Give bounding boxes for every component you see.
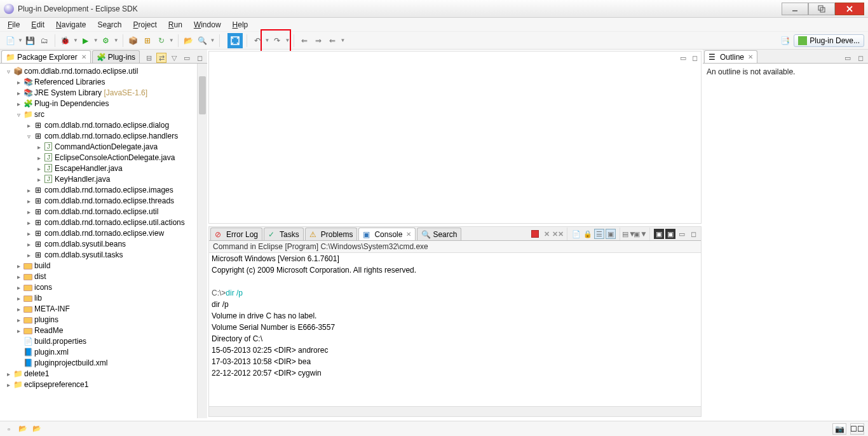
status-icon-b[interactable]: 📂: [18, 424, 28, 434]
nav-next-button[interactable]: ↷: [271, 34, 283, 47]
link-editor-button[interactable]: ⇄: [156, 53, 166, 63]
search-button[interactable]: 🔍: [196, 34, 209, 47]
tree-package[interactable]: ▸⊞com.ddlab.rnd.tornado.eclipse.images: [1, 185, 206, 196]
editor-area[interactable]: ▭ ◻: [208, 51, 702, 224]
status-icon-a[interactable]: ▫: [4, 424, 14, 434]
tree-package[interactable]: ▸⊞com.ddlab.rnd.tornado.eclipse.view: [1, 228, 206, 239]
package-explorer-body[interactable]: ▿📦com.ddlab.rnd.tornado.eclipse.util ▸📚R…: [0, 64, 207, 418]
tree-folder[interactable]: ▸build: [1, 261, 206, 271]
remove-all-terminated-button[interactable]: ✕✕: [553, 229, 563, 239]
console-b-button[interactable]: ▣: [665, 229, 675, 239]
tree-package[interactable]: ▸⊞com.ddlab.rnd.tornado.eclipse.util.act…: [1, 217, 206, 228]
maximize-view-button[interactable]: ◻: [855, 53, 865, 63]
plugin-spy-button[interactable]: ⊞: [141, 34, 154, 47]
save-button[interactable]: 💾: [24, 34, 37, 47]
tree-folder[interactable]: ▸plugins: [1, 315, 206, 325]
refresh-button[interactable]: ↻: [155, 34, 168, 47]
remove-launch-button[interactable]: ✕: [541, 229, 552, 239]
tab-problems[interactable]: ⚠Problems: [305, 228, 358, 240]
tree-jre[interactable]: ▸📚JRE System Library [JavaSE-1.6]: [1, 88, 206, 99]
tree-java-file[interactable]: ▸🄹EscapeHandler.java: [1, 163, 206, 174]
nav-prev-button[interactable]: ↶: [251, 34, 264, 47]
back-button[interactable]: ⇐: [298, 34, 311, 47]
new-button[interactable]: 📄: [4, 34, 17, 47]
open-console-button[interactable]: ▤▼: [624, 229, 634, 239]
maximize-button[interactable]: [808, 3, 835, 15]
console-scrollbar[interactable]: [209, 406, 701, 416]
debug-button[interactable]: 🐞: [59, 34, 72, 47]
close-tab-icon[interactable]: ✕: [81, 53, 86, 60]
maximize-view-button[interactable]: ◻: [194, 53, 205, 63]
tree-java-file[interactable]: ▸🄹KeyHandler.java: [1, 174, 206, 185]
open-perspective-button[interactable]: 📑: [778, 34, 791, 47]
tree-project[interactable]: ▿📦com.ddlab.rnd.tornado.eclipse.util: [1, 66, 206, 77]
view-menu-button[interactable]: ▽: [169, 53, 179, 63]
menu-window[interactable]: Window: [189, 18, 226, 31]
tree-project[interactable]: ▸📁eclipsepreference1: [1, 379, 206, 390]
tree-package[interactable]: ▸⊞com.ddlab.rnd.tornado.eclipse.util: [1, 207, 206, 217]
terminate-button[interactable]: [530, 229, 540, 239]
tree-folder[interactable]: ▸ReadMe: [1, 325, 206, 336]
console-output[interactable]: Microsoft Windows [Version 6.1.7601] Cop…: [209, 253, 701, 406]
run-button[interactable]: ▶: [79, 34, 92, 47]
minimize-view-button[interactable]: ▭: [843, 53, 853, 63]
close-button[interactable]: [835, 3, 864, 15]
tree-java-file[interactable]: ▸🄹CommandActionDelegate.java: [1, 142, 206, 153]
menu-help[interactable]: Help: [227, 18, 254, 31]
tree-folder[interactable]: ▸lib: [1, 293, 206, 304]
display-selected-console-button[interactable]: ▣: [606, 229, 616, 239]
menu-file[interactable]: File: [3, 18, 25, 31]
history-button[interactable]: ⇐: [326, 34, 339, 47]
pin-console-button[interactable]: ☰: [594, 229, 604, 239]
tree-referenced-libraries[interactable]: ▸📚Referenced Libraries: [1, 77, 206, 88]
tab-outline[interactable]: ☰ Outline ✕: [704, 50, 757, 63]
tree-package[interactable]: ▸⊞com.ddlab.sysutil.beans: [1, 239, 206, 250]
tree-package[interactable]: ▸⊞com.ddlab.sysutil.tasks: [1, 250, 206, 261]
tree-folder[interactable]: ▸icons: [1, 282, 206, 293]
external-tools-button[interactable]: ⚙: [100, 34, 112, 47]
perspective-plugin-dev[interactable]: Plug-in Deve...: [794, 34, 864, 47]
maximize-view-button[interactable]: ◻: [688, 229, 698, 239]
tree-folder[interactable]: ▸META-INF: [1, 304, 206, 315]
close-tab-icon[interactable]: ✕: [406, 231, 411, 238]
editor-maximize-button[interactable]: ◻: [689, 53, 700, 63]
tree-java-file[interactable]: ▸🄹EclipseConsoleActionDelegate.java: [1, 153, 206, 163]
tree-package[interactable]: ▿⊞com.ddlab.rnd.tornado.eclipse.handlers: [1, 131, 206, 142]
tab-console[interactable]: ▣Console✕: [358, 228, 416, 240]
screenshot-button[interactable]: 📷: [832, 423, 846, 435]
save-all-button[interactable]: 🗂: [38, 34, 51, 47]
tree-project[interactable]: ▸📁delete1: [1, 369, 206, 379]
tree-package[interactable]: ▸⊞com.ddlab.rnd.tornado.eclipse.dialog: [1, 120, 206, 131]
minimize-button[interactable]: [782, 3, 808, 15]
tree-package[interactable]: ▸⊞com.ddlab.rnd.tornado.eclipse.threads: [1, 196, 206, 207]
tab-package-explorer[interactable]: 📁 Package Explorer ✕: [1, 50, 91, 63]
menu-edit[interactable]: Edit: [26, 18, 50, 31]
tree-folder[interactable]: ▸dist: [1, 271, 206, 282]
menu-search[interactable]: Search: [92, 18, 126, 31]
tab-error-log[interactable]: ⊘Error Log: [210, 228, 262, 240]
tree-plugin-deps[interactable]: ▸🧩Plug-in Dependencies: [1, 99, 206, 109]
tab-search[interactable]: 🔍Search: [417, 228, 461, 240]
tree-file[interactable]: 📘plugin.xml: [1, 347, 206, 358]
forward-button[interactable]: ⇒: [312, 34, 325, 47]
status-icon-c[interactable]: 📂: [32, 424, 42, 434]
layout-button[interactable]: ☐☐: [850, 423, 864, 435]
editor-minimize-button[interactable]: ▭: [678, 53, 688, 63]
collapse-all-button[interactable]: ⊟: [144, 53, 154, 63]
menu-navigate[interactable]: Navigate: [51, 18, 91, 31]
menu-project[interactable]: Project: [128, 18, 161, 31]
menu-run[interactable]: Run: [163, 18, 187, 31]
console-a-button[interactable]: ▣: [654, 229, 664, 239]
scroll-lock-button[interactable]: 🔒: [583, 229, 593, 239]
tree-src[interactable]: ▿📁src: [1, 109, 206, 120]
minimize-view-button[interactable]: ▭: [182, 53, 192, 63]
open-plugin-button[interactable]: 📦: [127, 34, 140, 47]
close-tab-icon[interactable]: ✕: [748, 53, 753, 60]
tree-file[interactable]: 📘pluginprojectbuild.xml: [1, 358, 206, 369]
clear-console-button[interactable]: 📄: [571, 229, 581, 239]
fullscreen-button[interactable]: [227, 33, 243, 48]
open-type-button[interactable]: 📂: [182, 34, 195, 47]
tree-file[interactable]: 📄build.properties: [1, 336, 206, 347]
minimize-view-button[interactable]: ▭: [677, 229, 687, 239]
tab-plugins[interactable]: 🧩 Plug-ins: [92, 50, 140, 63]
